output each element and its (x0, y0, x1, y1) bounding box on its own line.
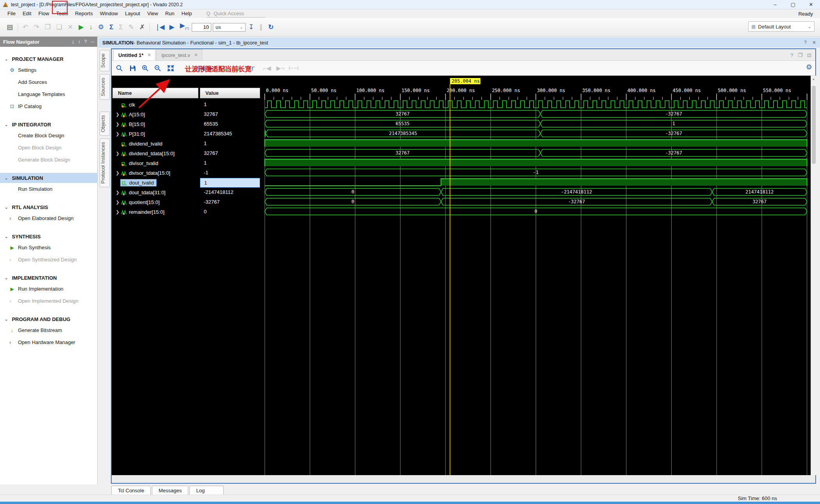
console-tab-tcl-console[interactable]: Tcl Console (111, 486, 151, 495)
fit-selection-icon[interactable]: ⊢⊣ (288, 63, 299, 74)
minimize-panel-icon[interactable]: ─ (91, 39, 94, 44)
flow-item[interactable]: ›Open Elaborated Design (0, 212, 97, 224)
signal-value-cell[interactable]: 0 (200, 207, 260, 217)
signal-row[interactable]: dividend_tvalid (112, 139, 198, 149)
paste-icon[interactable]: ❏ (56, 21, 62, 33)
expand-chevron-icon[interactable]: ❯ (115, 112, 120, 117)
flow-section-header[interactable]: ⌄SIMULATION (0, 173, 97, 183)
quick-access-search[interactable]: Q· Quick Access (207, 10, 265, 18)
expand-collapse-icon[interactable]: ↕ (78, 39, 80, 44)
flow-section-header[interactable]: ⌄PROJECT MANAGER (0, 54, 97, 64)
signal-name-cell[interactable]: remainder[15:0] (120, 209, 167, 215)
signal-row[interactable]: divisor_tvalid (112, 158, 198, 168)
flow-item[interactable]: Run Simulation (0, 183, 97, 195)
help-icon[interactable]: ? (84, 39, 87, 44)
signal-value-cell[interactable]: 1 (200, 178, 260, 188)
expand-chevron-icon[interactable]: ❯ (115, 209, 120, 215)
settings-gear-icon[interactable]: ⚙ (98, 21, 104, 33)
collapse-all-icon[interactable]: ↨ (72, 39, 74, 44)
menu-view[interactable]: View (144, 9, 162, 18)
editor-tab[interactable]: Untitled 1*✕ (113, 49, 155, 60)
signal-row[interactable]: ❯remainder[15:0] (112, 207, 198, 217)
close-button[interactable]: ✕ (802, 0, 820, 9)
scroll-up-icon[interactable]: ▴ (811, 76, 816, 81)
expand-chevron-icon[interactable]: ❯ (115, 190, 120, 195)
run-all-icon[interactable]: ▶ (169, 21, 175, 33)
flow-section-header[interactable]: ⌄IMPLEMENTATION (0, 273, 97, 283)
signal-name-cell[interactable]: dout_tvalid (120, 179, 157, 186)
expand-chevron-icon[interactable]: ❯ (115, 131, 120, 137)
menu-layout[interactable]: Layout (121, 9, 144, 18)
side-tab-sources[interactable]: Sources (100, 74, 110, 100)
menu-reports[interactable]: Reports (71, 9, 96, 18)
flow-item[interactable]: ›Open Hardware Manager (0, 336, 97, 348)
flow-item[interactable]: Open Block Design (0, 142, 97, 154)
edit-disabled-icon[interactable]: ✎ (128, 21, 134, 33)
restart-simulation-icon[interactable]: ❘◀ (155, 21, 164, 33)
flow-item[interactable]: Create Block Design (0, 130, 97, 142)
signal-value-cell[interactable]: 2147385345 (200, 129, 260, 139)
menu-flow[interactable]: Flow (35, 9, 52, 18)
signal-name-cell[interactable]: dividend_tdata[15:0] (120, 150, 177, 157)
signal-row[interactable]: ❯A[15:0] (112, 110, 198, 119)
flow-section-header[interactable]: ⌄PROGRAM AND DEBUG (0, 314, 97, 324)
value-column-header[interactable]: Value (200, 88, 260, 98)
run-time-input[interactable] (192, 23, 211, 32)
console-tab-log[interactable]: Log (189, 486, 224, 495)
zoom-out-icon[interactable] (152, 63, 163, 74)
signal-value-cell[interactable]: 32767 (200, 110, 260, 119)
flow-item[interactable]: ⊡IP Catalog (0, 100, 97, 112)
flow-section-header[interactable]: ⌄RTL ANALYSIS (0, 202, 97, 212)
signal-name-cell[interactable]: divisor_tvalid (120, 160, 160, 167)
menu-window[interactable]: Window (96, 9, 121, 18)
vertical-scrollbar[interactable]: ▴ (811, 76, 816, 475)
find-icon[interactable] (114, 63, 125, 74)
close-tab-icon[interactable]: ✕ (194, 52, 198, 58)
menu-file[interactable]: File (4, 9, 19, 18)
report-sum-disabled-icon[interactable]: Σ (119, 21, 123, 33)
waveform-canvas[interactable]: 0.000 ns50.000 ns100.000 ns150.000 ns200… (261, 76, 811, 475)
menu-help[interactable]: Help (178, 9, 196, 18)
signal-row[interactable]: ❯divisor_tdata[15:0] (112, 168, 198, 178)
flow-section-header[interactable]: ⌄IP INTEGRATOR (0, 119, 97, 130)
flow-item[interactable]: Language Templates (0, 88, 97, 100)
maximize-button[interactable]: ▢ (784, 0, 802, 9)
flow-item[interactable]: Generate Block Design (0, 154, 97, 166)
relaunch-icon[interactable]: ↻ (268, 21, 274, 33)
menu-edit[interactable]: Edit (19, 9, 35, 18)
flow-item[interactable]: ⚙Settings (0, 64, 97, 76)
signal-value-cell[interactable]: -2147418112 (200, 188, 260, 197)
cancel-icon[interactable]: ✗ (139, 21, 145, 33)
flow-item[interactable]: ▶Run Implementation (0, 283, 97, 295)
undo-icon[interactable]: ↶ (23, 21, 28, 33)
flow-item[interactable]: ›Open Implemented Design (0, 295, 97, 307)
signal-row[interactable]: ❯B[15:0] (112, 119, 198, 129)
save-waveform-icon[interactable] (127, 63, 138, 74)
help-icon[interactable]: ? (790, 52, 793, 58)
signal-name-cell[interactable]: quotient[15:0] (120, 199, 162, 206)
float-window-icon[interactable]: ❐ (798, 52, 802, 58)
signal-row[interactable]: dout_tvalid (112, 178, 198, 188)
layout-selector[interactable]: ▦ Default Layout ⌄ (748, 21, 815, 32)
console-tab-messages[interactable]: Messages (152, 486, 188, 495)
signal-name-cell[interactable]: dout_tdata[31:0] (120, 189, 168, 196)
wave-settings-gear-icon[interactable]: ⚙ (806, 63, 812, 71)
signal-value-cell[interactable]: 1 (200, 158, 260, 168)
close-panel-icon[interactable]: ✕ (812, 40, 816, 45)
signal-value-cell[interactable]: -1 (200, 168, 260, 178)
delete-icon[interactable]: ✕ (68, 21, 73, 33)
signal-row[interactable]: ❯dividend_tdata[15:0] (112, 149, 198, 158)
signal-row[interactable]: clk (112, 100, 198, 110)
flow-item[interactable]: ▶Run Synthesis (0, 241, 97, 254)
open-file-icon[interactable]: ▤ (7, 21, 13, 33)
flow-item[interactable]: Add Sources (0, 76, 97, 88)
minimize-button[interactable]: – (766, 0, 784, 9)
pause-icon[interactable]: ∥ (259, 21, 263, 33)
help-icon[interactable]: ? (804, 40, 807, 45)
editor-tab[interactable]: ipcore_test.v✕ (156, 49, 202, 60)
signal-value-cell[interactable]: 65535 (200, 119, 260, 129)
signal-name-cell[interactable]: clk (120, 101, 137, 108)
report-sum-icon[interactable]: Σ (109, 21, 113, 33)
signal-row[interactable]: ❯quotient[15:0] (112, 197, 198, 207)
signal-value-cell[interactable]: 1 (200, 139, 260, 149)
